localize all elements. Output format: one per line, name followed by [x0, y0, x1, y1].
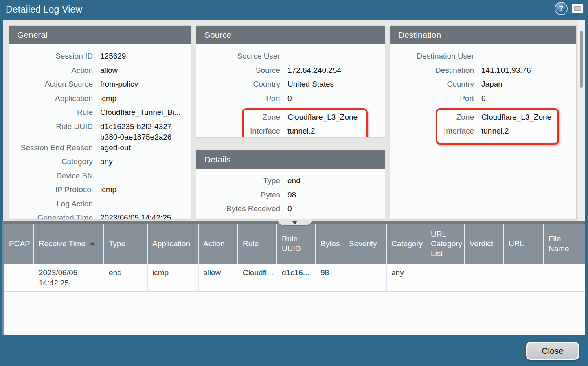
- help-icon[interactable]: ?: [555, 3, 567, 14]
- field-row: Action Source from-policy: [9, 79, 191, 93]
- column-header-verdict[interactable]: Verdict: [465, 224, 504, 264]
- column-header-type[interactable]: Type: [104, 224, 148, 264]
- field-label: Port: [196, 93, 280, 104]
- cell-file-name: [544, 264, 585, 291]
- field-value: tunnel.2: [287, 126, 315, 136]
- cell-verdict: [465, 264, 504, 291]
- field-label: Bytes Received: [196, 204, 280, 214]
- panels-scrollbar[interactable]: [578, 20, 585, 221]
- field-value: Cloudflare_L3_Zone: [287, 112, 358, 123]
- cell-bytes: 98: [316, 264, 344, 291]
- field-row: Action allow: [9, 65, 191, 79]
- field-row: Log Action: [9, 199, 191, 213]
- cell-action: allow: [199, 264, 238, 291]
- panel-destination-body: Destination User Destination 141.101.93.…: [390, 44, 576, 145]
- column-header-url-category-list[interactable]: URL Category List: [426, 224, 465, 264]
- scrollbar-thumb[interactable]: [580, 31, 583, 88]
- field-label: Destination: [390, 65, 474, 76]
- panel-destination: Destination Destination User Destination…: [390, 26, 576, 219]
- panel-general-body: Session ID 125629 Action allow Action So…: [9, 44, 191, 219]
- column-header-receive-time[interactable]: Receive Time: [34, 224, 104, 264]
- field-row: Bytes 98: [196, 190, 385, 204]
- field-row: Source User: [196, 51, 385, 65]
- field-row: Type end: [196, 175, 385, 190]
- collapse-handle[interactable]: [277, 219, 312, 225]
- column-header-severity[interactable]: Severity: [344, 224, 387, 264]
- field-label: Log Action: [9, 199, 93, 209]
- field-value: 172.64.240.254: [287, 65, 341, 76]
- field-label: Rule: [9, 107, 93, 118]
- cell-severity: [344, 264, 387, 291]
- field-row: Port 0: [196, 93, 385, 107]
- field-label: Bytes: [196, 190, 280, 200]
- field-row: Destination 141.101.93.76: [390, 65, 576, 79]
- field-value: any: [100, 156, 113, 167]
- field-row: Port 0: [390, 93, 576, 107]
- field-row: Destination User: [390, 51, 576, 65]
- panel-source-title: Source: [196, 26, 385, 44]
- chevron-down-icon: [292, 221, 298, 224]
- cell-rule-uuid: d1c16...: [277, 264, 316, 291]
- field-label: Session ID: [9, 51, 93, 61]
- field-value: from-policy: [100, 79, 138, 90]
- column-header-bytes[interactable]: Bytes: [316, 224, 344, 264]
- cell-type: end: [104, 264, 148, 291]
- panel-details: Details Type end Bytes 98 Bytes Received…: [196, 150, 385, 219]
- field-label: Category: [9, 156, 93, 167]
- window-icon[interactable]: [572, 4, 583, 13]
- field-value: Cloudflare_L3_Zone: [481, 112, 551, 123]
- field-value: 98: [287, 190, 296, 200]
- column-header-category[interactable]: Category: [387, 224, 426, 264]
- table-row[interactable]: 2023/06/05 14:42:25 end icmp allow Cloud…: [4, 264, 585, 292]
- field-value: 2023/06/05 14:42:25: [100, 213, 171, 219]
- cell-application: icmp: [148, 264, 199, 291]
- field-value: end: [287, 175, 301, 186]
- field-value: 0: [287, 93, 292, 104]
- field-row: Device SN: [9, 171, 191, 185]
- field-row: Country United States: [196, 79, 385, 93]
- field-row: Application icmp: [9, 93, 191, 107]
- field-label: Source: [196, 65, 280, 76]
- field-value: aged-out: [100, 142, 131, 153]
- column-header-url[interactable]: URL: [504, 224, 544, 264]
- field-value: 0: [481, 93, 486, 104]
- detail-panels-area: General Session ID 125629 Action allow A…: [3, 20, 585, 221]
- panel-details-body: Type end Bytes 98 Bytes Received 0: [196, 169, 385, 218]
- field-row: Zone Cloudflare_L3_Zone: [437, 112, 555, 126]
- panel-source: Source Source User Source 172.64.240.254…: [196, 26, 385, 137]
- log-table: PCAP Receive Time Type Application Actio…: [2, 221, 585, 335]
- cell-receive-time: 2023/06/05 14:42:25: [34, 264, 104, 291]
- cell-url-category-list: [426, 264, 465, 291]
- column-header-file-name[interactable]: File Name: [544, 224, 585, 264]
- log-table-header: PCAP Receive Time Type Application Actio…: [4, 224, 585, 264]
- column-header-application[interactable]: Application: [148, 224, 199, 264]
- field-label: Country: [390, 79, 474, 90]
- column-header-pcap[interactable]: PCAP: [4, 224, 34, 264]
- field-label: Action: [9, 65, 93, 76]
- field-row: Source 172.64.240.254: [196, 65, 385, 79]
- field-value: tunnel.2: [481, 126, 509, 136]
- field-value: United States: [287, 79, 334, 90]
- panel-destination-title: Destination: [390, 26, 576, 44]
- field-value: 125629: [100, 51, 126, 61]
- destination-zone-highlight-box: Zone Cloudflare_L3_Zone Interface tunnel…: [436, 108, 559, 145]
- field-row: Session ID 125629: [9, 51, 191, 65]
- field-label: Action Source: [9, 79, 93, 90]
- cell-url: [504, 264, 544, 291]
- panel-general-title: General: [9, 26, 191, 44]
- field-label: Interface: [244, 126, 280, 136]
- sort-asc-icon: [89, 242, 96, 245]
- field-label: Zone: [244, 112, 280, 123]
- field-label: Generated Time: [9, 213, 93, 219]
- column-header-action[interactable]: Action: [199, 224, 238, 264]
- field-value: Japan: [481, 79, 502, 90]
- source-zone-highlight-box: Zone Cloudflare_L3_Zone Interface tunnel…: [242, 108, 368, 137]
- titlebar: Detailed Log View ?: [0, 0, 588, 20]
- close-button[interactable]: Close: [526, 342, 579, 360]
- field-row: Rule Cloudflare_Tunnel_Bi...: [9, 107, 191, 121]
- cell-rule: Cloudfl...: [238, 264, 277, 291]
- field-label: Type: [196, 175, 280, 186]
- titlebar-icons: ?: [555, 3, 583, 14]
- column-header-rule-uuid[interactable]: Rule UUID: [277, 224, 316, 264]
- column-header-rule[interactable]: Rule: [238, 224, 277, 264]
